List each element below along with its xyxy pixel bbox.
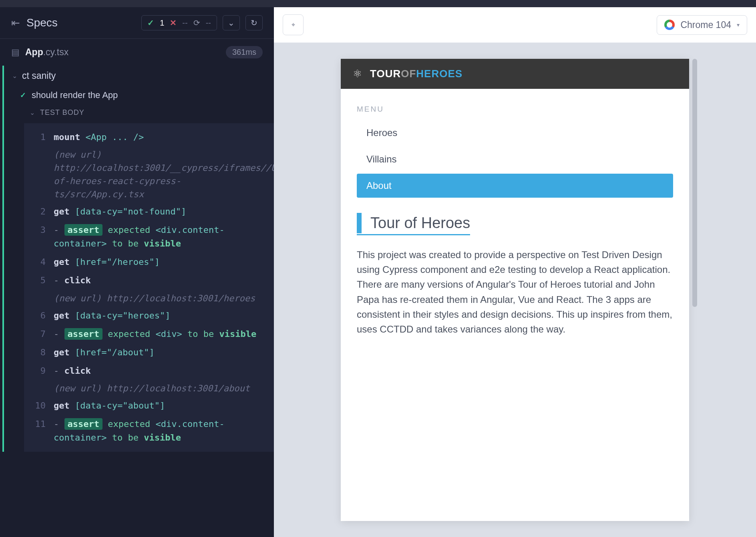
specs-title: Specs	[26, 16, 58, 29]
command-row[interactable]: 1mount <App ... />	[24, 128, 274, 146]
menu-label: MENU	[357, 105, 673, 114]
selector-playground-button[interactable]: ⌖	[283, 14, 304, 35]
url-change: (new url) http://localhost:3001/about	[24, 380, 274, 397]
chevron-down-icon: ⌄	[12, 72, 17, 80]
app-frame: ⚛ TOUROFHEROES MENU HeroesVillainsAbout …	[341, 59, 689, 521]
page-title-row: Tour of Heroes	[357, 213, 470, 235]
line-number: 6	[32, 309, 46, 323]
command-row[interactable]: 3- assert expected <div.content-containe…	[24, 221, 274, 253]
url-change: (new url) http://localhost:3001/__cypres…	[24, 146, 274, 202]
command-row[interactable]: 8get [href="/about"]	[24, 343, 274, 362]
command-row[interactable]: 4get [href="/heroes"]	[24, 253, 274, 271]
test-body-label[interactable]: ⌄ TEST BODY	[4, 104, 274, 121]
line-number: 10	[32, 399, 46, 413]
runner-panel: ⇤ Specs ✓ 1 ✕ -- ⟳ -- ⌄ ↻ ▤ App.	[0, 7, 274, 537]
line-number: 7	[32, 327, 46, 341]
test-name: should render the App	[32, 90, 118, 100]
command-row[interactable]: 5- click	[24, 271, 274, 290]
specs-controls: ✓ 1 ✕ -- ⟳ -- ⌄ ↻	[141, 15, 263, 30]
chevron-down-icon: ▾	[737, 22, 740, 28]
nav-menu: HeroesVillainsAbout	[357, 121, 673, 198]
command-row[interactable]: 7- assert expected <div> to be visible	[24, 325, 274, 343]
line-number: 2	[32, 205, 46, 218]
app-brand: TOUROFHEROES	[370, 68, 462, 80]
test-results: ⌄ ct sanity ✓ should render the App ⌄ TE…	[2, 66, 274, 452]
suite-row[interactable]: ⌄ ct sanity	[4, 66, 274, 86]
nav-item-villains[interactable]: Villains	[357, 147, 673, 171]
preview-panel: ⌖ Chrome 104 ▾ ⚛ TOUROFHEROES	[274, 7, 756, 537]
app-layout: ⇤ Specs ✓ 1 ✕ -- ⟳ -- ⌄ ↻ ▤ App.	[0, 7, 756, 537]
page-title: Tour of Heroes	[370, 213, 470, 233]
suite-name: ct sanity	[22, 70, 56, 81]
nav-item-heroes[interactable]: Heroes	[357, 121, 673, 145]
command-row[interactable]: 11- assert expected <div.content-contain…	[24, 415, 274, 447]
rerun-button[interactable]: ↻	[245, 15, 263, 30]
check-icon: ✓	[20, 91, 26, 100]
nav-item-about[interactable]: About	[357, 174, 673, 198]
pending-icon: ⟳	[193, 18, 200, 28]
react-logo-icon: ⚛	[353, 68, 362, 80]
specs-title-wrap[interactable]: ⇤ Specs	[11, 16, 58, 29]
command-row[interactable]: 10get [data-cy="about"]	[24, 397, 274, 415]
test-row[interactable]: ✓ should render the App	[4, 86, 274, 104]
command-log: 1mount <App ... />(new url) http://local…	[24, 123, 274, 452]
app-header: ⚛ TOUROFHEROES	[341, 59, 689, 89]
expand-button[interactable]: ⌄	[223, 15, 240, 30]
pending-count: --	[206, 18, 211, 28]
page-text: This project was created to provide a pe…	[357, 247, 673, 337]
line-number: 11	[32, 417, 46, 445]
preview-area: ⚛ TOUROFHEROES MENU HeroesVillainsAbout …	[274, 43, 756, 537]
browser-label: Chrome 104	[680, 20, 731, 30]
line-number: 8	[32, 346, 46, 359]
line-number: 1	[32, 130, 46, 144]
fail-icon: ✕	[170, 18, 177, 28]
pass-icon: ✓	[147, 18, 154, 28]
line-number: 5	[32, 274, 46, 287]
crosshair-icon: ⌖	[292, 21, 295, 28]
line-number: 9	[32, 364, 46, 378]
fail-count: --	[182, 18, 187, 28]
spec-file-row[interactable]: ▤ App.cy.tsx 361ms	[0, 39, 274, 66]
command-row[interactable]: 2get [data-cy="not-found"]	[24, 202, 274, 221]
command-row[interactable]: 6get [data-cy="heroes"]	[24, 307, 274, 325]
command-row[interactable]: 9- click	[24, 362, 274, 380]
window-top-bar	[0, 0, 756, 7]
browser-toolbar: ⌖ Chrome 104 ▾	[274, 7, 756, 43]
spec-file-name: App.cy.tsx	[25, 47, 68, 58]
file-icon: ▤	[11, 47, 20, 58]
chevron-down-icon: ⌄	[30, 109, 35, 116]
scrollbar-thumb[interactable]	[692, 59, 697, 307]
title-accent-bar	[357, 213, 362, 233]
duration-pill: 361ms	[226, 46, 263, 58]
browser-selector[interactable]: Chrome 104 ▾	[657, 15, 747, 35]
status-pill: ✓ 1 ✕ -- ⟳ --	[141, 15, 217, 30]
back-icon: ⇤	[11, 17, 20, 29]
pass-count: 1	[160, 18, 164, 28]
url-change: (new url) http://localhost:3001/heroes	[24, 290, 274, 307]
line-number: 3	[32, 223, 46, 250]
chrome-icon	[664, 20, 675, 30]
specs-header: ⇤ Specs ✓ 1 ✕ -- ⟳ -- ⌄ ↻	[0, 7, 274, 39]
line-number: 4	[32, 255, 46, 269]
app-body: MENU HeroesVillainsAbout Tour of Heroes …	[341, 89, 689, 349]
